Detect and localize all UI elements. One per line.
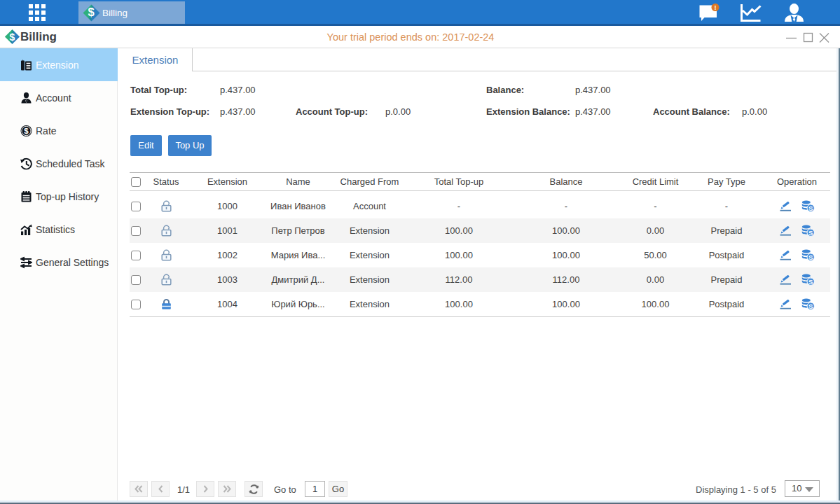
svg-text:S: S [808,302,813,310]
svg-text:S: S [808,278,813,286]
svg-text:S: S [808,253,813,261]
svg-text:$: $ [24,127,29,135]
svg-text:!: ! [715,4,717,11]
svg-text:S: S [808,229,813,237]
svg-text:S: S [808,204,813,212]
